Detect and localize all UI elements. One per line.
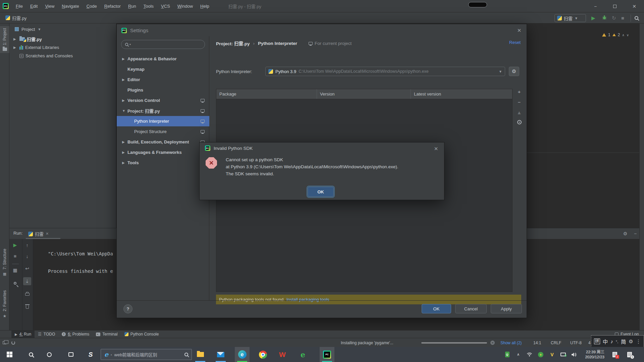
wps-icon[interactable]: W bbox=[275, 347, 290, 362]
tray-volume-icon[interactable] bbox=[570, 347, 578, 362]
search-everywhere-icon[interactable] bbox=[635, 15, 638, 21]
up-stack-trace-icon[interactable]: ↑ bbox=[23, 241, 31, 249]
debug-button[interactable] bbox=[602, 15, 607, 22]
tray-360-icon[interactable]: + bbox=[537, 347, 545, 362]
menu-view[interactable]: View bbox=[41, 4, 58, 9]
down-stack-trace-icon[interactable]: ↓ bbox=[23, 252, 31, 260]
ime-pinyin-icon[interactable]: 拼 bbox=[594, 339, 600, 344]
task-view-icon[interactable] bbox=[63, 347, 78, 362]
close-icon[interactable]: ✕ bbox=[433, 146, 439, 152]
settings-gear-icon[interactable]: ⚙ bbox=[621, 230, 629, 238]
uninstall-package-icon[interactable]: − bbox=[518, 99, 521, 105]
settings-item-build-execution[interactable]: ▶Build, Execution, Deployment bbox=[117, 137, 209, 147]
run-tab[interactable]: 扫雷 ✕ bbox=[28, 231, 49, 237]
edge-icon[interactable]: e bbox=[235, 347, 250, 362]
window-layout-icon[interactable] bbox=[3, 338, 6, 347]
sidebar-tab-structure[interactable]: 7: Structure ▦ bbox=[0, 249, 9, 276]
browser-360-icon[interactable]: e bbox=[296, 347, 310, 362]
maximize-button[interactable] bbox=[605, 0, 625, 12]
column-latest-version[interactable]: Latest version bbox=[411, 89, 512, 99]
background-task-icon[interactable] bbox=[11, 338, 15, 347]
install-package-icon[interactable]: + bbox=[518, 89, 521, 95]
tray-usb-icon[interactable]: ψ bbox=[503, 347, 511, 362]
hide-panel-icon[interactable]: − bbox=[631, 230, 639, 238]
action-center-icon[interactable]: 1 bbox=[625, 347, 635, 362]
rerun-button[interactable]: ▶ bbox=[11, 241, 19, 249]
install-packaging-tools-link[interactable]: Install packaging tools bbox=[286, 297, 329, 302]
sogou-app-icon[interactable]: S bbox=[83, 347, 98, 362]
project-panel-header[interactable]: Project ▼ bbox=[9, 23, 116, 35]
ime-more-icon[interactable]: ⋮ bbox=[636, 339, 641, 345]
menu-help[interactable]: Help bbox=[197, 4, 213, 9]
close-button[interactable]: ✕ bbox=[625, 0, 644, 12]
prev-issue-icon[interactable]: ∧ bbox=[622, 33, 624, 37]
clear-all-icon[interactable] bbox=[23, 302, 31, 310]
settings-item-editor[interactable]: ▶Editor bbox=[117, 74, 209, 85]
tree-item-project-root[interactable]: ▶ 扫雷.py bbox=[9, 35, 116, 43]
toolbar-tab-terminal[interactable]: >_ Terminal bbox=[93, 330, 121, 338]
settings-item-python-interpreter[interactable]: Python Interpreter bbox=[117, 116, 209, 126]
menu-run[interactable]: Run bbox=[124, 4, 140, 9]
error-ok-button[interactable]: OK bbox=[308, 187, 334, 197]
ime-settings-gear-icon[interactable]: ⚙ bbox=[629, 339, 633, 345]
help-button[interactable]: ? bbox=[123, 304, 132, 313]
ime-simplified-icon[interactable]: 简 bbox=[621, 338, 626, 345]
cancel-button[interactable]: Cancel bbox=[455, 304, 487, 313]
profile-button[interactable]: ↻ bbox=[612, 15, 616, 21]
taskbar-search-box[interactable]: e ▴ web前端和后端的区别 bbox=[101, 349, 192, 360]
toolbar-tab-run[interactable]: ▶ 4: Run bbox=[11, 330, 35, 338]
ok-button[interactable]: OK bbox=[422, 304, 451, 313]
taskbar-search-icon[interactable] bbox=[23, 347, 38, 362]
settings-search-input[interactable]: ▾ bbox=[121, 40, 205, 49]
settings-item-keymap[interactable]: Keymap bbox=[117, 64, 209, 74]
tray-wifi-icon[interactable] bbox=[525, 347, 533, 362]
minimize-button[interactable]: − bbox=[586, 0, 605, 12]
caret-position[interactable]: 14:1 bbox=[533, 338, 541, 347]
settings-item-version-control[interactable]: ▶Version Control bbox=[117, 95, 209, 106]
taskbar-clock[interactable]: 22:39 周三 2020/12/23 bbox=[578, 347, 604, 362]
upgrade-package-icon[interactable]: ▲ bbox=[517, 110, 522, 115]
file-explorer-icon[interactable] bbox=[193, 347, 208, 362]
breadcrumb-project[interactable]: Project: 扫雷.py bbox=[216, 40, 250, 47]
line-separator[interactable]: CRLF bbox=[551, 338, 561, 347]
interpreter-combo[interactable]: Python 3.9 C:\Users\Tom Wei\AppData\Loca… bbox=[265, 67, 505, 76]
menu-tools[interactable]: Tools bbox=[140, 4, 157, 9]
settings-item-project[interactable]: ▼Project: 扫雷.py bbox=[117, 106, 209, 116]
next-issue-icon[interactable]: ∨ bbox=[627, 33, 629, 37]
cortana-icon[interactable] bbox=[42, 347, 57, 362]
file-encoding[interactable]: UTF-8 bbox=[570, 338, 582, 347]
toolbar-tab-todo[interactable]: ☰ TODO bbox=[35, 330, 58, 338]
tray-sogou-icon[interactable]: V bbox=[548, 347, 556, 362]
apply-button[interactable]: Apply bbox=[491, 304, 522, 313]
stop-button[interactable]: ■ bbox=[621, 15, 624, 21]
menu-file[interactable]: File bbox=[12, 4, 26, 9]
sidebar-tab-favorites[interactable]: 2: Favorites ★ bbox=[0, 290, 9, 318]
tree-item-scratches[interactable]: Scratches and Consoles bbox=[9, 52, 116, 60]
close-icon[interactable]: ✕ bbox=[516, 27, 523, 34]
toolbar-tab-python-console[interactable]: Python Console bbox=[121, 330, 162, 338]
show-early-releases-icon[interactable] bbox=[517, 120, 522, 124]
menu-code[interactable]: Code bbox=[83, 4, 101, 9]
settings-item-project-structure[interactable]: Project Structure bbox=[117, 126, 209, 137]
menu-refactor[interactable]: Refactor bbox=[101, 4, 124, 9]
settings-item-languages[interactable]: ▶Languages & Frameworks bbox=[117, 147, 209, 158]
sidebar-tab-project[interactable]: 1: Project bbox=[0, 26, 9, 53]
tray-notes-icon[interactable]: 2 bbox=[610, 347, 620, 362]
menu-window[interactable]: Window bbox=[174, 4, 197, 9]
toolbar-tab-problems[interactable]: ! 6: Problems bbox=[58, 330, 93, 338]
ime-chinese-mode-icon[interactable]: 中 bbox=[603, 338, 608, 345]
stop-process-button[interactable]: ■ bbox=[11, 252, 19, 260]
show-all-link[interactable]: Show all (2) bbox=[500, 338, 522, 347]
start-button[interactable] bbox=[2, 347, 17, 362]
chrome-icon[interactable] bbox=[256, 347, 270, 362]
tray-hidden-icons-chevron[interactable]: ∧ bbox=[515, 347, 522, 362]
cancel-install-icon[interactable]: ✕ bbox=[490, 338, 495, 347]
indent-size[interactable]: 4 bbox=[588, 338, 591, 347]
run-config-combo[interactable]: 扫雷 ▼ bbox=[554, 14, 586, 22]
column-package[interactable]: Package bbox=[216, 89, 317, 99]
print-icon[interactable] bbox=[23, 290, 31, 298]
mail-icon[interactable] bbox=[213, 347, 228, 362]
tree-item-external-libraries[interactable]: ▶ External Libraries bbox=[9, 43, 116, 52]
file-breadcrumb[interactable]: 扫雷.py bbox=[12, 15, 26, 21]
soft-wrap-icon[interactable]: ↩ bbox=[23, 264, 31, 273]
